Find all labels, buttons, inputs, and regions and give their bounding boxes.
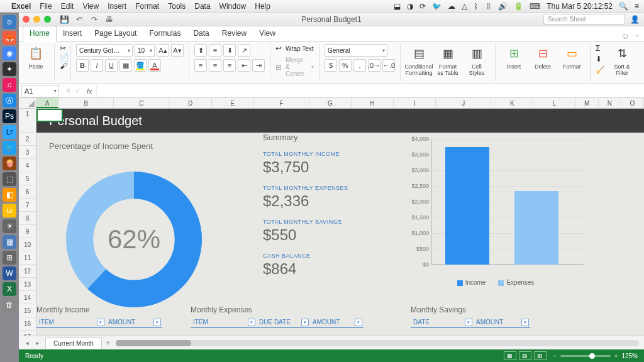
column-header[interactable]: E: [212, 98, 254, 108]
active-cell[interactable]: [36, 109, 63, 122]
last-sheet-icon[interactable]: ▸: [33, 339, 42, 346]
menu-format[interactable]: Format: [135, 2, 159, 11]
align-bottom-button[interactable]: ⬇: [223, 44, 236, 57]
align-center-button[interactable]: ≡: [209, 59, 221, 72]
menu-data[interactable]: Data: [194, 2, 210, 11]
increase-decimal-button[interactable]: .0→: [368, 59, 380, 72]
wifi-icon[interactable]: ⧛: [484, 2, 492, 11]
dock-twitter-icon[interactable]: 🐦: [3, 141, 16, 155]
first-sheet-icon[interactable]: ◂: [23, 339, 31, 346]
share-icon[interactable]: 👤: [630, 14, 640, 25]
insert-cells-button[interactable]: ⊞Insert: [501, 44, 527, 70]
redo-icon[interactable]: ↷: [89, 14, 100, 25]
formula-input[interactable]: [96, 85, 644, 97]
filter-icon[interactable]: ▾: [153, 319, 161, 326]
dock-lightroom-icon[interactable]: Lr: [3, 125, 16, 139]
decrease-font-button[interactable]: A▾: [171, 44, 184, 57]
sort-filter-button[interactable]: ⇅Sort & Filter: [609, 44, 635, 77]
column-header[interactable]: D: [169, 98, 211, 108]
dock-app-icon[interactable]: ✦: [3, 62, 16, 76]
tab-insert[interactable]: Insert: [57, 26, 88, 41]
collapse-ribbon-icon[interactable]: ˅: [636, 34, 639, 41]
column-header[interactable]: G: [309, 98, 352, 108]
dock-music-icon[interactable]: ♫: [3, 78, 16, 92]
exp-item-header[interactable]: ITEM▾: [191, 317, 257, 328]
dock-firefox-icon[interactable]: 🦊: [3, 31, 16, 45]
row-header[interactable]: 5: [19, 172, 36, 185]
menu-tools[interactable]: Tools: [168, 2, 186, 11]
clear-icon[interactable]: 🧹: [596, 65, 605, 74]
paste-button[interactable]: 📋 Paste: [23, 44, 49, 70]
filter-icon[interactable]: ▾: [355, 319, 362, 326]
row-header[interactable]: 8: [19, 212, 36, 225]
cell-styles-button[interactable]: ▥Cell Styles: [464, 44, 490, 77]
tab-view[interactable]: View: [253, 26, 282, 41]
align-top-button[interactable]: ⬆: [194, 44, 207, 57]
menu-file[interactable]: File: [40, 2, 52, 11]
dock-trash-icon[interactable]: 🗑: [3, 298, 16, 312]
zoom-slider[interactable]: [560, 355, 611, 357]
cut-icon[interactable]: ✂: [60, 44, 66, 53]
dock-app6-icon[interactable]: ☀: [3, 219, 16, 233]
zoom-button[interactable]: [44, 16, 51, 23]
search-sheet-input[interactable]: Search Sheet: [543, 14, 625, 25]
filter-icon[interactable]: ▾: [521, 319, 529, 326]
minimize-button[interactable]: [33, 16, 40, 23]
row-header[interactable]: 16: [19, 317, 36, 331]
tab-home[interactable]: Home: [23, 26, 57, 41]
row-header[interactable]: 10: [19, 238, 36, 251]
font-size-select[interactable]: 10: [135, 44, 155, 57]
page-layout-view-button[interactable]: ▤: [519, 351, 531, 360]
exp-amount-header[interactable]: AMOUNT▾: [310, 317, 364, 328]
exp-due-header[interactable]: DUE DATE▾: [257, 317, 310, 328]
row-header[interactable]: 15: [19, 304, 36, 317]
dock-finder-icon[interactable]: ☺: [3, 15, 16, 29]
page-break-view-button[interactable]: ▥: [534, 351, 547, 360]
row-header[interactable]: 1: [19, 109, 36, 133]
bluetooth-icon[interactable]: ᛒ: [474, 2, 478, 11]
menu-view[interactable]: View: [82, 2, 99, 11]
spreadsheet-grid[interactable]: ABCDEFGHIJKLMNO 123456789101112131415161…: [19, 98, 644, 336]
keyboard-icon[interactable]: ⌨: [530, 2, 540, 11]
tab-page-layout[interactable]: Page Layout: [88, 26, 143, 41]
percent-button[interactable]: %: [339, 59, 352, 72]
income-amount-header[interactable]: AMOUNT▾: [106, 317, 162, 328]
row-header[interactable]: 6: [19, 185, 36, 199]
dock-appstore-icon[interactable]: Ⓐ: [3, 94, 16, 107]
filter-icon[interactable]: ▾: [97, 319, 104, 326]
conditional-formatting-button[interactable]: ▤Conditional Formatting: [406, 44, 432, 77]
row-header[interactable]: 12: [19, 265, 36, 278]
enter-formula-icon[interactable]: ✓: [75, 87, 80, 95]
onedrive-icon[interactable]: ◑: [407, 2, 413, 11]
dock-vbox-icon[interactable]: ▦: [3, 235, 16, 249]
row-header[interactable]: 3: [19, 146, 36, 159]
increase-font-button[interactable]: A▴: [157, 44, 169, 57]
add-sheet-button[interactable]: +: [106, 338, 111, 348]
column-header[interactable]: F: [254, 98, 309, 108]
number-format-select[interactable]: General: [325, 44, 387, 57]
orientation-button[interactable]: ↗: [238, 44, 250, 57]
zoom-level[interactable]: 125%: [621, 353, 638, 359]
tab-review[interactable]: Review: [216, 26, 253, 41]
name-box[interactable]: A1: [21, 85, 59, 97]
row-header[interactable]: 2: [19, 133, 36, 146]
spotlight-icon[interactable]: 🔍: [619, 2, 628, 11]
sync-icon[interactable]: ⟳: [419, 2, 426, 11]
zoom-in-button[interactable]: +: [614, 353, 618, 359]
income-item-header[interactable]: ITEM▾: [36, 317, 106, 328]
cancel-formula-icon[interactable]: ✕: [65, 87, 71, 95]
horizontal-scrollbar[interactable]: [116, 340, 639, 346]
zoom-out-button[interactable]: −: [553, 353, 557, 359]
cloud-icon[interactable]: ☁: [448, 2, 455, 11]
column-header[interactable]: H: [352, 98, 394, 108]
volume-icon[interactable]: 🔊: [498, 2, 508, 11]
format-as-table-button[interactable]: ▦Format as Table: [435, 44, 461, 77]
fill-icon[interactable]: ⬇: [596, 55, 605, 63]
clock[interactable]: Thu Mar 5 20:12:52: [547, 2, 613, 11]
copy-icon[interactable]: 📄: [60, 53, 69, 62]
column-header[interactable]: B: [58, 98, 114, 108]
column-header[interactable]: K: [491, 98, 533, 108]
indent-less-button[interactable]: ⇤: [238, 59, 250, 72]
menu-window[interactable]: Window: [219, 2, 247, 11]
align-left-button[interactable]: ≡: [194, 59, 207, 72]
